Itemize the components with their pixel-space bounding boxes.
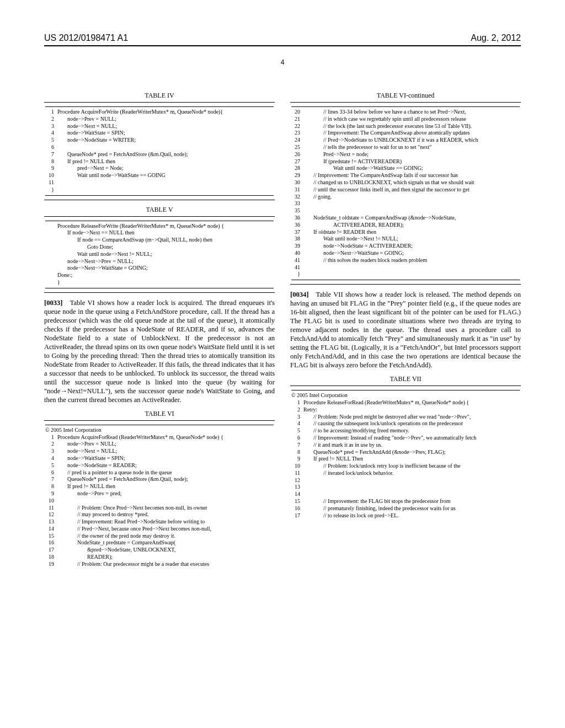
line-number: 38 [291, 235, 303, 243]
code-line: Done:; [45, 272, 274, 279]
code-text [303, 200, 520, 207]
code-line: 17// to release its lock on pred−>EL. [291, 512, 520, 520]
paragraph-0033: [0033] Table VI shows how a reader lock … [44, 298, 275, 404]
code-line: 14// Pred−>Next, because once Pred−>Next… [45, 526, 274, 533]
code-line: 11 } [45, 179, 274, 194]
code-text: node−>WaitState = SPIN; [57, 455, 274, 462]
code-line: 1Procedure AcquireForWrite (ReaderWriter… [45, 109, 274, 116]
code-text: node−>WaitState = SPIN; [57, 130, 274, 137]
code-text: NodeState_t predstate = CompareAndSwap( [57, 539, 274, 547]
code-text: // this solves the readers block readers… [303, 257, 520, 264]
code-text: If node == CompareAndSwap (m−>Qtail, NUL… [57, 237, 274, 244]
code-line: 30// changed us to UNBLOCKNEXT, which si… [291, 179, 520, 186]
line-number: 2 [45, 116, 57, 123]
line-number: 2 [45, 441, 57, 448]
code-text: QueueNode* pred = FetchAndStore (&m.Qtai… [57, 476, 274, 483]
code-line: 6// pred is a pointer to a queue node in… [45, 469, 274, 477]
line-number: 1 [291, 399, 303, 406]
code-text: node−>NodeState = WRITER; [57, 137, 274, 144]
code-text: // Improvement: Read Pred−>NodeState bef… [57, 518, 274, 526]
code-text: // tells the predecessor to wait for us … [303, 144, 520, 151]
line-number: 11 [291, 470, 303, 477]
code-text: &pred−>NodeState, UNBLOCKNEXT, [57, 547, 274, 554]
publication-date: Aug. 2, 2012 [471, 33, 521, 43]
line-number: 15 [45, 533, 57, 540]
code-line: 39node−>NodeState = ACTIVEREADER; [291, 243, 520, 250]
line-number: 8 [45, 483, 57, 490]
line-number: 25 [291, 144, 303, 151]
line-number: 26 [291, 151, 303, 158]
line-number [45, 265, 57, 272]
line-number: 10 [45, 172, 57, 179]
line-number: 14 [45, 526, 57, 533]
code-line: 36ACTIVEREADER, READER); [291, 222, 520, 229]
code-line: 8If pred != NULL then [45, 483, 274, 490]
code-line: 14 [291, 491, 520, 498]
code-text: Pred−>Next = node; [303, 151, 520, 158]
publication-number: US 2012/0198471 A1 [44, 33, 128, 43]
line-number: 5 [291, 427, 303, 435]
code-text: // Problem: Once Pred−>Next becomes non-… [57, 505, 274, 512]
code-text: // the owner of the pred node may destro… [57, 533, 274, 540]
code-text: node−>Next−>Prev = NULL; [57, 258, 274, 265]
code-text: pred−>Next = Node; [57, 165, 274, 172]
code-line: 5// to be accessing/modifying freed memo… [291, 427, 520, 435]
code-text: // to release its lock on pred−>EL. [303, 512, 520, 520]
line-number [45, 272, 57, 279]
code-line: 17&pred−>NodeState, UNBLOCKNEXT, [45, 547, 274, 554]
code-text: QueueNode* pred = FetchAndStore (&m.Qtai… [57, 151, 274, 158]
line-number: 8 [291, 449, 303, 456]
code-line: Procedure ReleaseForWrite (ReaderWriterM… [45, 223, 274, 230]
two-column-body: TABLE IV 1Procedure AcquireForWrite (Rea… [44, 86, 521, 574]
code-line: node−>Next−>Prev = NULL; [45, 258, 274, 265]
code-line: 11// iterated lock/unlock behavior. [291, 470, 520, 477]
code-text: node−>Prev = pred; [57, 490, 274, 497]
code-line: 41 } [291, 264, 520, 279]
para-number: [0034] [290, 291, 308, 298]
code-line: 6// Improvement: Instead of reading "nod… [291, 435, 520, 442]
line-number: 30 [291, 179, 303, 186]
line-number: 8 [45, 158, 57, 165]
code-line: 10Wait until node−>WaitState == GOING [45, 172, 274, 179]
code-text: If oldstate != READER then [303, 229, 520, 236]
line-number: 4 [45, 130, 57, 137]
code-text: // lines 33-34 below before we have a ch… [303, 109, 520, 116]
line-number: 23 [291, 130, 303, 137]
code-text: node−>Prev = NULL; [57, 441, 274, 448]
line-number [45, 229, 57, 237]
code-text: Done:; [57, 272, 274, 279]
code-line: 7QueueNode* pred = FetchAndStore (&m.Qta… [45, 476, 274, 483]
line-number: 36 [291, 215, 303, 222]
line-number: 3 [291, 414, 303, 421]
code-line: 21// in which case we regrettably spin u… [291, 116, 520, 123]
para-number: [0033] [44, 299, 62, 307]
left-column: TABLE IV 1Procedure AcquireForWrite (Rea… [44, 86, 275, 574]
line-number: 5 [45, 462, 57, 469]
code-text: // Improvement: Instead of reading "node… [303, 435, 520, 442]
code-line: 2node−>Prev = NULL; [45, 441, 274, 448]
code-text: node−>Next = NULL; [57, 123, 274, 130]
table4: 1Procedure AcquireForWrite (ReaderWriter… [44, 102, 275, 200]
code-text: // to be accessing/modifying freed memor… [303, 427, 520, 435]
line-number: 1 [45, 434, 57, 441]
code-line: If node−>Next == NULL then [45, 229, 274, 237]
code-line: 27If (predstate != ACTIVEREADER) [291, 158, 520, 165]
table5: Procedure ReleaseForWrite (ReaderWriterM… [44, 216, 275, 293]
code-line: 7// it and mark it as in use by us. [291, 442, 520, 449]
line-number: 29 [291, 172, 303, 179]
code-line: 9node−>Prev = pred; [45, 490, 274, 497]
code-text: // Problem: lock/unlock retry loop is in… [303, 463, 520, 470]
code-line: Goto Done; [45, 244, 274, 251]
line-number: 6 [291, 435, 303, 442]
code-line: 6 [45, 144, 274, 151]
code-text: node−>Prev = NULL; [57, 116, 274, 123]
para-text: Table VI shows how a reader lock is acqu… [44, 299, 275, 404]
line-number: 40 [291, 250, 303, 257]
code-line: 16// prematurely finishing, indeed the p… [291, 505, 520, 512]
page-number: 4 [44, 58, 521, 66]
code-text: // iterated lock/unlock behavior. [303, 470, 520, 477]
code-line: 12// may proceed to destroy *pred. [45, 511, 274, 518]
code-line: 10 [45, 497, 274, 505]
line-number: 7 [45, 476, 57, 483]
code-line: 36NodeState_t oldstate = CompareAndSwap … [291, 215, 520, 222]
